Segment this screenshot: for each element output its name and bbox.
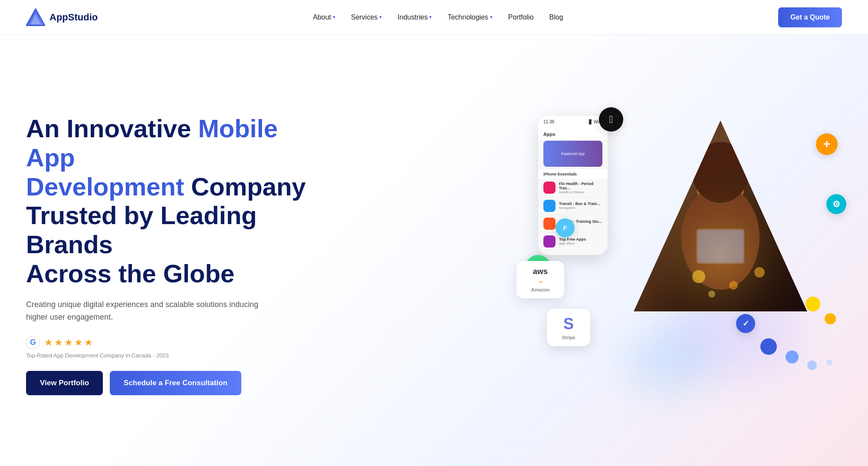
gear-icon-circle: ⚙ — [826, 194, 846, 214]
app-info-4: Top Free Apps App Store — [559, 237, 602, 245]
yellow-dot-2 — [825, 313, 836, 324]
yellow-dot-1 — [806, 297, 820, 311]
svg-rect-16 — [698, 231, 743, 262]
star-1: ★ — [44, 337, 53, 348]
phone-app-row-4: Top Free Apps App Store — [538, 233, 608, 251]
star-4: ★ — [74, 337, 83, 348]
apple-icon-circle:  — [599, 107, 623, 132]
phone-time: 11:38 — [543, 119, 554, 124]
star-2: ★ — [54, 337, 63, 348]
phone-status-bar: 11:38 ▊ WiFi — [538, 116, 608, 128]
hero-right: 11:38 ▊ WiFi Apps Featured App iPhone Es… — [512, 107, 842, 403]
phone-featured-image: Featured App — [543, 141, 602, 167]
dot-4 — [826, 360, 832, 366]
nav-portfolio[interactable]: Portfolio — [508, 13, 534, 21]
app-icon-1 — [543, 182, 556, 194]
phone-app-row-2: Transit - Bus & Train... Navigation — [538, 197, 608, 215]
star-rating: ★ ★ ★ ★ ★ — [44, 337, 93, 348]
hero-section: An Innovative Mobile AppDevelopment Comp… — [0, 35, 868, 466]
phone-section-title: iPhone Essentials — [538, 169, 608, 179]
hero-left: An Innovative Mobile AppDevelopment Comp… — [26, 114, 321, 395]
phone-header: Apps — [538, 128, 608, 141]
check-icon-circle: ✓ — [736, 314, 755, 333]
gear-icon: ⚙ — [832, 199, 840, 209]
logo-icon — [26, 8, 45, 27]
get-quote-button[interactable]: Get a Quote — [778, 7, 842, 27]
phone-mockup: 11:38 ▊ WiFi Apps Featured App iPhone Es… — [538, 116, 608, 255]
check-icon: ✓ — [743, 319, 749, 328]
nav-services[interactable]: Services ▾ — [351, 13, 382, 21]
aws-label: Amazon — [531, 287, 550, 292]
about-chevron-icon: ▾ — [333, 14, 335, 20]
dot-3 — [807, 360, 817, 370]
hero-title: An Innovative Mobile AppDevelopment Comp… — [26, 114, 321, 288]
industries-chevron-icon: ▾ — [429, 14, 432, 20]
view-portfolio-button[interactable]: View Portfolio — [26, 371, 103, 395]
hero-title-plain: An Innovative — [26, 114, 198, 142]
rating-label: Top-Rated App Development Company in Can… — [26, 352, 321, 359]
technologies-chevron-icon: ▾ — [490, 14, 493, 20]
star-3: ★ — [64, 337, 73, 348]
star-5: ★ — [84, 337, 93, 348]
nav-links: About ▾ Services ▾ Industries ▾ Technolo… — [313, 13, 563, 21]
stripe-badge: S Stripe — [547, 309, 590, 346]
flutter-icon: F — [563, 225, 567, 231]
dot-1 — [760, 338, 777, 355]
logo-text: AppStudio — [49, 12, 98, 23]
apple-icon:  — [609, 113, 613, 126]
dot-2 — [786, 350, 799, 364]
stripe-label: Stripe — [562, 335, 575, 340]
aws-badge: aws ⌣ Amazon — [516, 261, 564, 298]
services-chevron-icon: ▾ — [379, 14, 382, 20]
aws-smile-icon: ⌣ — [539, 278, 542, 285]
triangle-svg — [629, 116, 812, 316]
hero-visual — [616, 116, 825, 342]
svg-marker-14 — [634, 120, 807, 311]
nav-about[interactable]: About ▾ — [313, 13, 335, 21]
nav-blog[interactable]: Blog — [549, 13, 563, 21]
app-icon-4 — [543, 235, 556, 248]
app-info-2: Transit - Bus & Train... Navigation — [559, 202, 602, 210]
phone-app-row-1: Flo Health - Period Trac... Health & Fit… — [538, 179, 608, 197]
app-icon-3 — [543, 218, 556, 230]
google-icon: G — [26, 336, 40, 350]
stripe-logo-letter: S — [563, 315, 574, 333]
aws-logo-text: aws — [533, 267, 548, 276]
app-info-1: Flo Health - Period Trac... Health & Fit… — [559, 182, 602, 194]
plus-icon: + — [823, 137, 830, 151]
logo[interactable]: AppStudio — [26, 8, 98, 27]
flutter-icon-circle: F — [556, 218, 575, 238]
nav-industries[interactable]: Industries ▾ — [398, 13, 432, 21]
hero-buttons: View Portfolio Schedule a Free Consultat… — [26, 371, 321, 395]
schedule-consultation-button[interactable]: Schedule a Free Consultation — [110, 371, 241, 395]
plus-icon-circle: + — [816, 133, 838, 155]
hero-subtitle: Creating unique digital experiences and … — [26, 298, 269, 324]
app-icon-2 — [543, 200, 556, 212]
navbar: AppStudio About ▾ Services ▾ Industries … — [0, 0, 868, 35]
nav-technologies[interactable]: Technologies ▾ — [447, 13, 492, 21]
rating-row: G ★ ★ ★ ★ ★ — [26, 336, 321, 350]
